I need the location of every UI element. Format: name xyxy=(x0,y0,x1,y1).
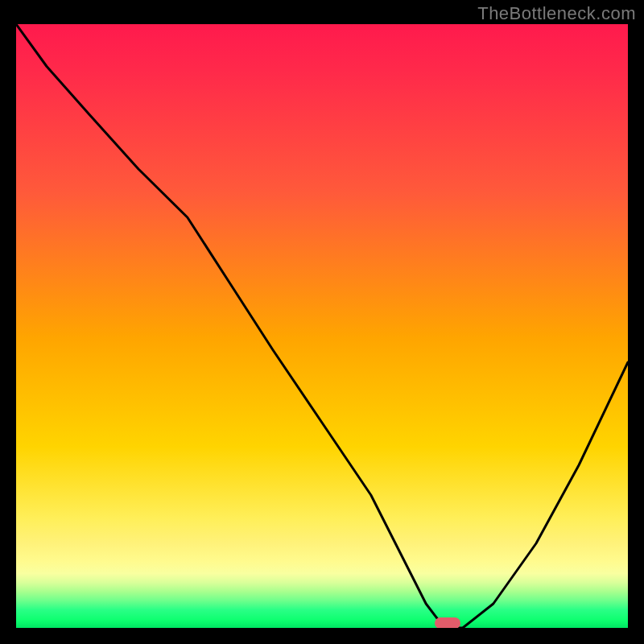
plot-area xyxy=(16,24,628,628)
optimal-marker xyxy=(435,617,460,628)
watermark-text: TheBottleneck.com xyxy=(477,3,636,24)
bottleneck-curve xyxy=(16,24,628,628)
chart-frame: TheBottleneck.com xyxy=(0,0,644,644)
